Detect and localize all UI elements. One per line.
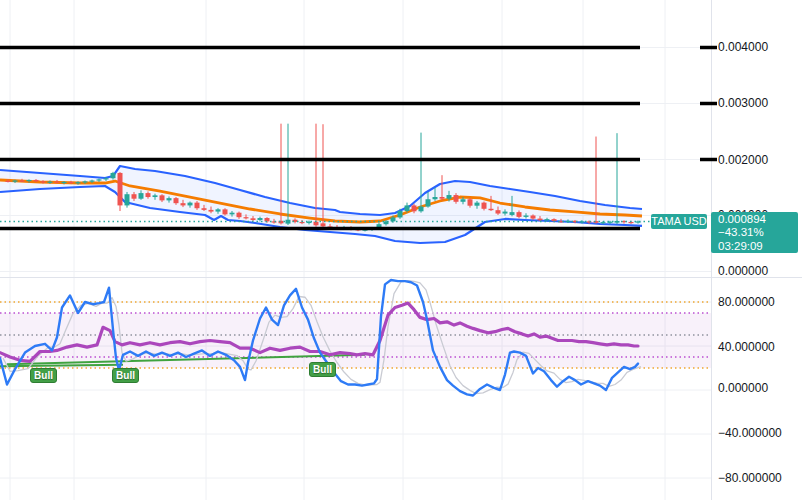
- gridlines: [0, 0, 711, 500]
- bull-signal-label: Bull: [112, 368, 139, 383]
- indicator-axis-label: 0.000000: [718, 381, 768, 395]
- price-badge: 0.000894 −43.31% 03:29:09: [711, 212, 798, 253]
- indicator-axis-label: 40.000000: [718, 340, 775, 354]
- trading-chart-window: 0.0040000.0030000.0020000.0010000.000000…: [0, 0, 802, 500]
- badge-change-percent: −43.31%: [718, 226, 798, 239]
- chart-canvas[interactable]: [0, 0, 802, 500]
- price-axis-label: 0.004000: [718, 40, 768, 54]
- indicator-axis-label: −80.000000: [718, 471, 782, 485]
- symbol-tag-label: TAMA USD: [651, 215, 706, 227]
- symbol-price-tag: TAMA USD: [651, 214, 707, 229]
- badge-price: 0.000894: [718, 213, 798, 226]
- price-panel: [0, 166, 642, 243]
- bull-signal-label: Bull: [30, 368, 57, 383]
- indicator-panel: [0, 280, 711, 396]
- bull-signal-label: Bull: [309, 362, 336, 377]
- indicator-axis-label: −40.000000: [718, 426, 782, 440]
- price-axis-label: 0.000000: [718, 264, 768, 278]
- price-axis-label: 0.002000: [718, 153, 768, 167]
- indicator-axis-label: 80.000000: [718, 295, 775, 309]
- black-horizontal-rays: [0, 48, 717, 229]
- badge-countdown: 03:29:09: [718, 240, 798, 253]
- price-axis-label: 0.003000: [718, 96, 768, 110]
